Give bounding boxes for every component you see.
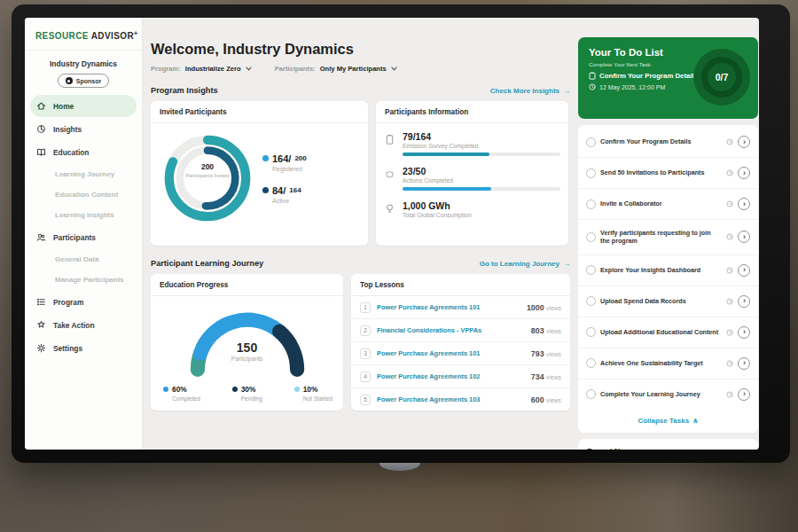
clock-icon xyxy=(726,267,733,274)
lesson-link[interactable]: Financial Considerations - VPPAs xyxy=(377,326,525,334)
task-checkbox[interactable] xyxy=(586,265,596,275)
sidebar-item-label: General Data xyxy=(55,255,98,263)
legend-label: Not Started xyxy=(303,395,332,402)
legend-value: 84/ xyxy=(272,185,286,196)
task-row[interactable]: Confirm Your Program Details › xyxy=(578,127,758,158)
program-dropdown[interactable]: Industrialize Zero xyxy=(185,65,252,73)
chevron-right-icon: › xyxy=(743,296,746,305)
lesson-link[interactable]: Power Purchase Agreements 101 xyxy=(377,303,520,311)
task-open-button[interactable]: › xyxy=(738,198,750,210)
task-open-button[interactable]: › xyxy=(738,264,750,277)
legend-dot-not-started xyxy=(294,387,300,392)
participants-dropdown[interactable]: Only My Participants xyxy=(320,65,397,73)
task-checkbox[interactable] xyxy=(586,358,596,368)
info-label: Emission Survey Completed xyxy=(403,143,560,149)
task-checkbox[interactable] xyxy=(586,168,596,178)
task-row[interactable]: Explore Your Insights Dashboard › xyxy=(578,255,758,286)
legend-label: Active xyxy=(272,198,307,204)
task-row[interactable]: Invite a Collaborator › xyxy=(578,189,758,220)
chevron-down-icon xyxy=(246,66,252,71)
task-open-button[interactable]: › xyxy=(738,231,750,243)
invited-donut-chart: 200 Participants Invited xyxy=(160,130,255,226)
sidebar-item-program[interactable]: Program xyxy=(30,291,137,313)
sidebar-item-label: Education xyxy=(53,148,89,157)
task-row[interactable]: Upload Additional Educational Content › xyxy=(578,317,758,348)
top-lessons-card: Top Lessons 1 Power Purchase Agreements … xyxy=(351,274,570,411)
task-open-button[interactable]: › xyxy=(738,295,750,308)
go-to-learning-journey-link[interactable]: Go to Learning Journey → xyxy=(480,260,570,268)
task-open-button[interactable]: › xyxy=(738,136,750,148)
insights-cards-row: Invited Participants 200 Participants In… xyxy=(151,101,570,246)
task-row[interactable]: Complete Your Learning Journey › xyxy=(578,379,758,410)
task-checkbox[interactable] xyxy=(586,137,596,147)
task-label: Upload Additional Educational Content xyxy=(600,328,722,336)
legend-label: Registered xyxy=(272,166,307,172)
task-row[interactable]: Send 50 Invitations to Participants › xyxy=(578,158,758,189)
sidebar-item-label: Program xyxy=(53,298,83,307)
task-row[interactable]: Upload Spend Data Records › xyxy=(578,286,758,317)
sidebar-item-participants[interactable]: Participants xyxy=(30,226,137,248)
task-checkbox[interactable] xyxy=(586,200,596,209)
participants-dropdown-value: Only My Participants xyxy=(320,65,387,73)
sidebar-item-insights[interactable]: Insights xyxy=(30,118,137,140)
task-checkbox[interactable] xyxy=(586,296,596,306)
check-more-insights-link[interactable]: Check More Insights → xyxy=(490,87,570,95)
legend-item-registered: 164/200 Registered xyxy=(262,153,307,172)
sidebar-item-home[interactable]: Home xyxy=(30,95,137,117)
task-checkbox[interactable] xyxy=(586,327,596,337)
org-name: Industry Dynamics xyxy=(25,59,142,68)
task-checkbox[interactable] xyxy=(586,232,596,242)
sidebar-item-learning-journey[interactable]: Learning Journey xyxy=(30,164,137,184)
lesson-link[interactable]: Power Purchase Agreements 102 xyxy=(377,372,525,380)
task-row[interactable]: Verify participants requesting to join t… xyxy=(578,220,758,255)
arrow-right-icon: → xyxy=(563,260,570,268)
clock-icon xyxy=(589,83,596,90)
card-title: Invited Participants xyxy=(151,101,368,123)
legend-dot-pending xyxy=(232,387,238,392)
task-label: Verify participants requesting to join t… xyxy=(600,229,722,246)
legend-dot-active xyxy=(262,187,269,193)
task-checkbox[interactable] xyxy=(586,389,596,399)
sidebar-item-manage-participants[interactable]: Manage Participants xyxy=(30,270,137,290)
task-open-button[interactable]: › xyxy=(738,326,750,339)
task-row[interactable]: Achieve One Sustainability Target › xyxy=(578,348,758,379)
arrow-right-icon: → xyxy=(563,87,570,95)
clock-icon xyxy=(726,391,733,398)
consumption-icon xyxy=(385,200,396,218)
sidebar-item-label: Take Action xyxy=(53,321,95,330)
chevron-right-icon: › xyxy=(743,389,746,398)
sidebar-item-general-data[interactable]: General Data xyxy=(30,249,137,270)
sidebar-item-take-action[interactable]: Take Action xyxy=(30,314,137,336)
legend-value-denominator: 164 xyxy=(289,186,301,194)
sidebar-item-settings[interactable]: Settings xyxy=(30,337,137,359)
donut-center-caption: Participants Invited xyxy=(181,173,234,180)
sponsor-icon xyxy=(66,77,73,84)
sidebar-item-label: Insights xyxy=(53,125,82,134)
task-open-button[interactable]: › xyxy=(738,357,750,370)
legend-pct: 60% xyxy=(172,385,187,394)
logo-primary: RESOURCE xyxy=(35,31,89,41)
sidebar-item-learning-insights[interactable]: Learning Insights xyxy=(30,205,137,225)
sidebar-item-education-content[interactable]: Education Content xyxy=(30,184,137,205)
logo-plus: + xyxy=(134,30,138,36)
gauge-legend: 60% Completed 30% Pending 10% Not Starte… xyxy=(151,379,343,402)
clock-icon xyxy=(726,329,733,336)
lesson-rank-badge: 2 xyxy=(360,325,371,336)
legend-item-completed: 60% Completed xyxy=(163,385,200,402)
donut-center-value: 200 xyxy=(181,162,234,171)
sponsor-badge[interactable]: Sponsor xyxy=(58,74,109,88)
lesson-link[interactable]: Power Purchase Agreements 101 xyxy=(377,349,525,357)
actions-icon xyxy=(385,166,396,191)
info-row-consumption: 1,000 GWh Total Global Consumption xyxy=(385,200,558,218)
clock-icon xyxy=(726,360,733,367)
sidebar-item-education[interactable]: Education xyxy=(30,141,137,163)
take-action-icon xyxy=(36,320,46,330)
collapse-tasks-link[interactable]: Collapse Tasks ∧ xyxy=(578,410,758,431)
lesson-views-word: views xyxy=(546,397,561,403)
task-open-button[interactable]: › xyxy=(738,167,750,179)
lesson-link[interactable]: Power Purchase Agreements 103 xyxy=(377,395,525,403)
recent-news-card: Recent News xyxy=(578,439,758,450)
task-label: Explore Your Insights Dashboard xyxy=(600,266,722,274)
task-open-button[interactable]: › xyxy=(738,388,750,401)
chevron-right-icon: › xyxy=(743,358,746,367)
